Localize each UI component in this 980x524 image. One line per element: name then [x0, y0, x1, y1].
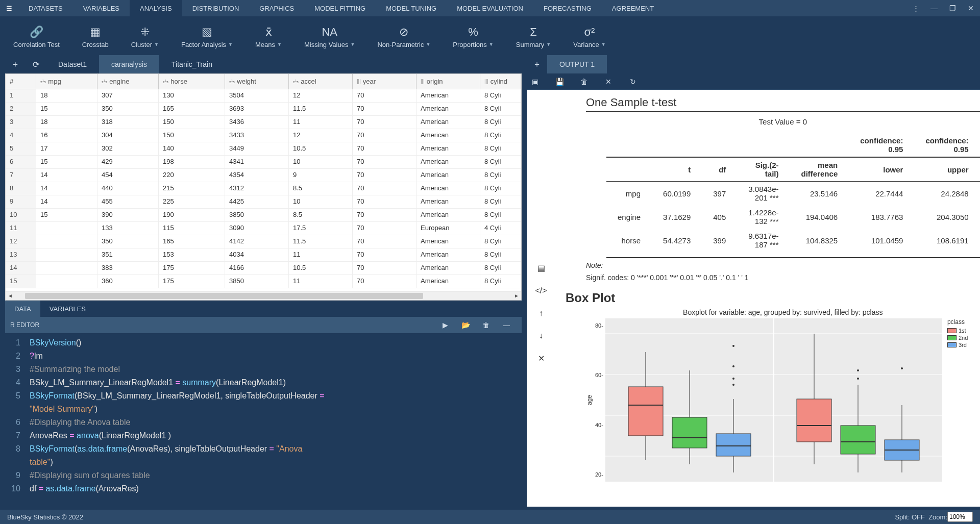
output-refresh-icon[interactable]: ↻ — [628, 78, 638, 86]
table-row[interactable]: 517302140344910.570American8 Cyli — [6, 142, 521, 156]
svg-point-29 — [857, 378, 859, 380]
menu-overflow-icon[interactable]: ⋮ — [906, 0, 925, 16]
ttest-title: One Sample t-test — [586, 96, 980, 112]
menu-variables[interactable]: VARIABLES — [73, 0, 130, 16]
row-index-header: # — [6, 74, 36, 89]
boxplot-title: Box Plot — [566, 291, 980, 305]
svg-point-30 — [857, 369, 859, 371]
col-header-cylind[interactable]: ||| cylind — [480, 74, 521, 89]
ribbon-summary[interactable]: ΣSummary▼ — [505, 16, 562, 55]
table-row[interactable]: 1335115340341170American8 Cyli — [6, 248, 521, 262]
boxplot-ylabel: age — [586, 395, 593, 405]
col-header-engine[interactable]: ₂¹₃ engine — [97, 74, 159, 89]
table-row[interactable]: 14383175416610.570American8 Cyli — [6, 262, 521, 275]
col-header-accel[interactable]: ₂¹₃ accel — [289, 74, 353, 89]
svg-rect-15 — [716, 434, 751, 456]
gridmode-data[interactable]: DATA — [5, 301, 40, 317]
add-output-icon[interactable]: ＋ — [527, 55, 547, 73]
table-row[interactable]: 31831815034361170American8 Cyli — [6, 116, 521, 129]
r-editor-header: R EDITOR ▶ 📂 🗑 — — [5, 317, 522, 333]
menu-analysis[interactable]: ANALYSIS — [130, 0, 182, 16]
table-row[interactable]: 41630415034331270American8 Cyli — [6, 129, 521, 142]
col-header-mpg[interactable]: ₂¹₃ mpg — [36, 74, 97, 89]
svg-rect-23 — [797, 399, 831, 442]
copyright-text: BlueSky Statistics © 2022 — [7, 513, 83, 521]
ribbon-crosstab[interactable]: ▦Crosstab — [71, 16, 120, 55]
table-row[interactable]: 7144542204354970American8 Cyli — [6, 169, 521, 182]
window-minimize-icon[interactable]: — — [925, 0, 943, 16]
ribbon-proportions[interactable]: %Proportions▼ — [442, 16, 504, 55]
table-row[interactable]: 1536017538501170American8 Cyli — [6, 275, 521, 288]
dataset-tab-titanic_train[interactable]: Titanic_Train — [159, 55, 225, 73]
split-status[interactable]: Split: OFF — [895, 513, 925, 521]
menu-model-evaluation[interactable]: MODEL EVALUATION — [447, 0, 533, 16]
ribbon-factor-analysis[interactable]: ▧Factor Analysis▼ — [170, 16, 244, 55]
grid-h-scrollbar[interactable]: ◄► — [6, 291, 521, 300]
col-header-horse[interactable]: ₂¹₃ horse — [159, 74, 225, 89]
svg-point-18 — [732, 378, 734, 380]
menu-model-tuning[interactable]: MODEL TUNING — [376, 0, 447, 16]
ribbon-cluster[interactable]: ⁜Cluster▼ — [120, 16, 170, 55]
analysis-ribbon: 🔗Correlation Test▦Crosstab⁜Cluster▼▧Fact… — [0, 16, 980, 55]
ribbon-non-parametric[interactable]: ⊘Non-Parametric▼ — [366, 16, 442, 55]
output-code-icon[interactable]: </> — [535, 286, 547, 295]
output-new-icon[interactable]: ▣ — [530, 78, 540, 86]
table-row[interactable]: 11133115309017.570European4 Cyli — [6, 222, 521, 235]
zoom-input[interactable] — [947, 512, 973, 522]
legend-item: 3rd — [947, 342, 968, 348]
menu-datasets[interactable]: DATASETS — [18, 0, 73, 16]
dataset-tab-dataset1[interactable]: Dataset1 — [46, 55, 99, 73]
ribbon-variance[interactable]: σ²Variance▼ — [562, 16, 617, 55]
refresh-dataset-icon[interactable]: ⟳ — [26, 55, 46, 73]
delete-script-icon[interactable]: 🗑 — [476, 321, 496, 329]
window-close-icon[interactable]: ✕ — [962, 0, 980, 16]
output-up-icon[interactable]: ↑ — [539, 309, 543, 318]
ribbon-correlation-test[interactable]: 🔗Correlation Test — [2, 16, 71, 55]
menu-agreement[interactable]: AGREEMENT — [602, 0, 664, 16]
boxplot-legend: pclass 1st2nd3rd — [947, 318, 968, 482]
output-remove-icon[interactable]: ✕ — [538, 354, 545, 363]
svg-rect-7 — [628, 387, 663, 436]
ribbon-means[interactable]: x̄Means▼ — [244, 16, 293, 55]
table-row[interactable]: 101539019038508.570American8 Cyli — [6, 209, 521, 222]
menu-burger-icon[interactable]: ☰ — [0, 0, 18, 16]
col-header-origin[interactable]: ||| origin — [416, 74, 480, 89]
dataset-tabstrip: ＋ ⟳ Dataset1caranalysisTitanic_Train — [5, 55, 522, 73]
add-dataset-icon[interactable]: ＋ — [5, 55, 26, 73]
gridmode-variables[interactable]: VARIABLES — [40, 301, 95, 317]
table-row[interactable]: 11830713035041270American8 Cyli — [6, 89, 521, 103]
r-editor[interactable]: 12345678910 BSkyVersion() ?lm #Summarizi… — [5, 333, 522, 507]
output-save-icon[interactable]: 💾 — [554, 78, 565, 86]
table-row[interactable]: 12350165414211.570American8 Cyli — [6, 235, 521, 248]
output-clear-icon[interactable]: ✕ — [603, 78, 614, 86]
menu-model-fitting[interactable]: MODEL FITTING — [304, 0, 376, 16]
output-body[interactable]: ▤ </> ↑ ↓ ✕ One Sample t-test Test Value… — [527, 90, 980, 507]
open-script-icon[interactable]: 📂 — [455, 321, 476, 329]
boxplot-subtitle: Boxplot for variable: age, grouped by: s… — [586, 308, 980, 316]
legend-item: 2nd — [947, 335, 968, 341]
output-tab[interactable]: OUTPUT 1 — [547, 55, 607, 73]
grid-body[interactable]: 11830713035041270American8 Cyli215350165… — [6, 89, 521, 291]
table-row[interactable]: 91445522544251070American8 Cyli — [6, 195, 521, 209]
svg-point-20 — [732, 345, 734, 347]
run-script-icon[interactable]: ▶ — [435, 321, 455, 329]
col-header-weight[interactable]: ₂¹₃ weight — [225, 74, 289, 89]
output-down-icon[interactable]: ↓ — [539, 331, 543, 340]
table-row[interactable]: 61542919843411070American8 Cyli — [6, 156, 521, 169]
r-editor-title: R EDITOR — [10, 321, 39, 329]
ribbon-missing-values[interactable]: NAMissing Values▼ — [293, 16, 366, 55]
zoom-label: Zoom: — [928, 513, 947, 521]
output-layout-icon[interactable]: ▤ — [537, 263, 545, 273]
menu-forecasting[interactable]: FORECASTING — [533, 0, 602, 16]
table-row[interactable]: 215350165369311.570American8 Cyli — [6, 103, 521, 116]
svg-point-17 — [732, 384, 734, 386]
menu-graphics[interactable]: GRAPHICS — [249, 0, 304, 16]
col-header-year[interactable]: ||| year — [353, 74, 416, 89]
output-delete-icon[interactable]: 🗑 — [579, 78, 589, 86]
dataset-tab-caranalysis[interactable]: caranalysis — [99, 55, 159, 73]
window-maximize-icon[interactable]: ❐ — [943, 0, 962, 16]
table-row[interactable]: 81444021543128.570American8 Cyli — [6, 182, 521, 195]
menu-distribution[interactable]: DISTRIBUTION — [182, 0, 250, 16]
collapse-editor-icon[interactable]: — — [496, 321, 517, 329]
output-tabstrip: ＋ OUTPUT 1 — [527, 55, 980, 73]
